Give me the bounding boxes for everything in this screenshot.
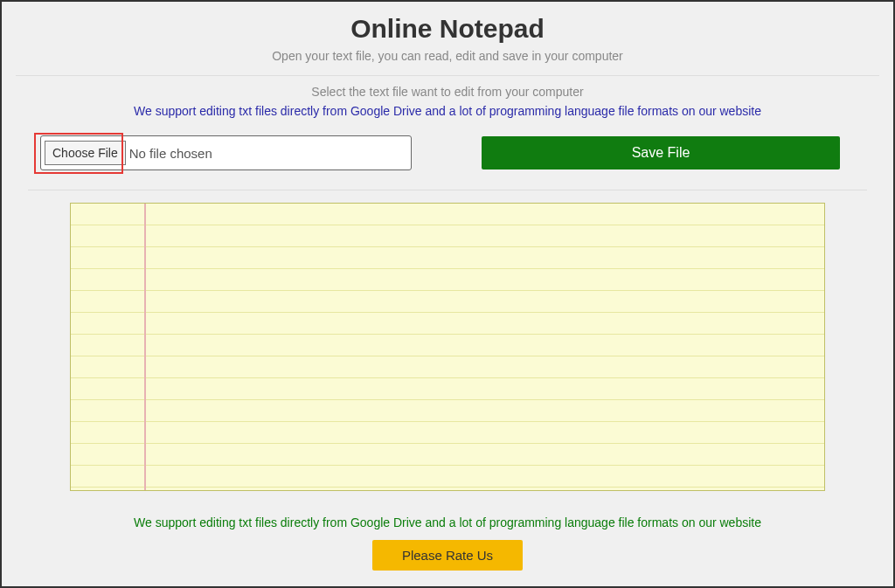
file-status-text: No file chosen	[129, 146, 212, 161]
page-title: Online Notepad	[16, 14, 879, 44]
divider	[16, 75, 879, 76]
choose-file-button[interactable]: Choose File	[45, 141, 126, 165]
page-subtitle: Open your text file, you can read, edit …	[16, 49, 879, 63]
select-instruction: Select the text file want to edit from y…	[16, 85, 879, 99]
support-link-bottom[interactable]: We support editing txt files directly fr…	[16, 515, 879, 529]
support-link-top[interactable]: We support editing txt files directly fr…	[16, 104, 879, 118]
save-file-button[interactable]: Save File	[482, 136, 840, 169]
notepad-textarea[interactable]	[70, 203, 825, 491]
file-row: Choose File No file chosen Save File	[16, 118, 879, 170]
file-input-wrap[interactable]: Choose File No file chosen	[40, 135, 412, 170]
rate-us-button[interactable]: Please Rate Us	[372, 540, 523, 571]
editor-wrap	[16, 190, 879, 495]
app-frame: Online Notepad Open your text file, you …	[0, 0, 895, 588]
